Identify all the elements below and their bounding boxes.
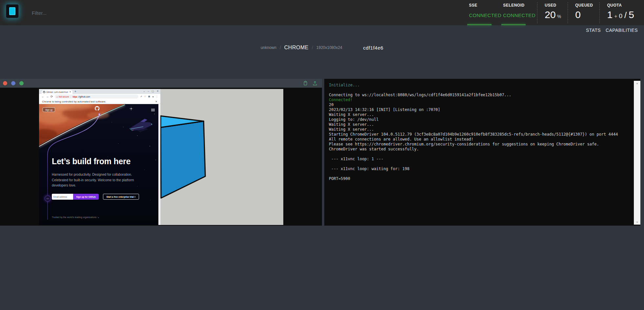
view-tabs: STATS CAPABILITIES xyxy=(586,28,638,33)
close-light-button[interactable] xyxy=(3,81,7,85)
url-host: ://github.com xyxy=(78,96,90,98)
log-line: 2023/02/13 14:32:16 [INIT] [Listening on… xyxy=(329,107,631,112)
status-sse: SSE CONNECTED xyxy=(469,0,503,25)
automation-infobar: Chrome is being controlled by automated … xyxy=(39,99,160,104)
log-panel: Initialize... Connecting to ws://localho… xyxy=(324,79,640,226)
log-line: Waiting X server... xyxy=(329,127,631,132)
email-field[interactable] xyxy=(52,194,73,200)
minimize-light-button[interactable] xyxy=(11,81,15,85)
vnc-remote-desktop[interactable]: GitHub: Let’s build from he… ✕ + ⌄ – ▢ ✕… xyxy=(39,89,283,225)
log-line: PORT=5900 xyxy=(329,176,631,181)
github-heading: Let’s build from here xyxy=(52,157,131,166)
window-maximize-icon[interactable]: ▢ xyxy=(152,90,154,93)
vnc-panel: GitHub: Let’s build from he… ✕ + ⌄ – ▢ ✕… xyxy=(0,79,322,226)
github-favicon-icon xyxy=(43,91,45,93)
quota-total: 5 xyxy=(629,9,634,20)
session-owner: unknown xyxy=(261,45,276,50)
status-bar: SSE CONNECTED SELENOID CONNECTED USED 20… xyxy=(469,0,641,25)
forward-icon[interactable]: → xyxy=(46,95,49,98)
back-icon[interactable]: ← xyxy=(41,95,44,98)
used-label: USED xyxy=(545,3,561,8)
log-line: Connected! xyxy=(329,98,631,102)
window-close-icon[interactable]: ✕ xyxy=(157,90,159,93)
log-line xyxy=(329,162,631,166)
tab-title: GitHub: Let’s build from he… xyxy=(46,91,68,93)
selenoid-status: CONNECTED xyxy=(503,12,537,18)
tagline-line: Harnessed for productivity. Designed for… xyxy=(52,172,134,178)
browser-tab[interactable]: GitHub: Let’s build from he… ✕ xyxy=(42,90,72,94)
metric-queued: QUEUED 0 xyxy=(568,2,599,23)
github-signup-form: Sign up for GitHub Start a free enterpri… xyxy=(52,194,139,200)
not-secure-label: Not secure xyxy=(59,96,69,98)
reload-icon[interactable]: ⟳ xyxy=(50,95,53,98)
log-line: Connecting to ws://localhost:8080/ws/log… xyxy=(329,93,631,98)
cube-art xyxy=(160,89,283,225)
divider xyxy=(70,96,71,98)
filter-input[interactable] xyxy=(31,7,170,19)
log-line xyxy=(329,88,631,93)
log-line: Waiting X server... xyxy=(329,122,631,127)
vnc-window-header xyxy=(0,79,322,88)
sse-label: SSE xyxy=(469,3,503,8)
infobar-close-icon[interactable]: ✕ xyxy=(155,100,157,103)
quota-slash: / xyxy=(624,10,627,20)
log-line: --- x11vnc loop: waiting for: 198 xyxy=(329,166,631,171)
app-logo[interactable] xyxy=(6,4,19,18)
separator: / xyxy=(312,45,313,50)
github-tagline: Harnessed for productivity. Designed for… xyxy=(52,172,134,188)
infobar-text: Chrome is being controlled by automated … xyxy=(42,100,155,103)
tagline-line: developers love. xyxy=(52,183,134,188)
log-line: Please see https://chromedriver.chromium… xyxy=(329,142,631,147)
page: SSE CONNECTED SELENOID CONNECTED USED 20… xyxy=(0,0,644,310)
scroll-down-icon[interactable]: ▼ xyxy=(636,221,638,223)
quota-pending: 0 xyxy=(619,12,623,19)
remote-desktop-background xyxy=(160,89,283,225)
top-header: SSE CONNECTED SELENOID CONNECTED USED 20… xyxy=(0,0,644,25)
github-hero-page: Sign up Let’s build from here Harnessed … xyxy=(39,104,160,225)
log-scrollbar[interactable]: ▲ ▼ xyxy=(634,81,640,225)
window-menu-icon[interactable]: ⌄ xyxy=(143,90,145,93)
log-line: Starting ChromeDriver 104.0.5112.79 (3cf… xyxy=(329,132,631,137)
metric-used: USED 20% xyxy=(537,2,568,23)
window-minimize-icon[interactable]: – xyxy=(148,90,149,93)
trusted-by-text: Trusted by the world’s leading organizat… xyxy=(52,216,99,219)
hamburger-menu-icon[interactable] xyxy=(151,109,155,111)
fullscreen-light-button[interactable] xyxy=(19,81,24,85)
browser-menu-icon[interactable]: ⋮ xyxy=(156,95,158,98)
share-icon[interactable]: ⇗ xyxy=(140,95,142,98)
address-bar[interactable]: ⚠ Not secure https://github.com xyxy=(55,95,139,99)
tab-capabilities[interactable]: CAPABILITIES xyxy=(606,28,638,33)
tab-switcher-icon[interactable]: ▣ xyxy=(148,95,151,98)
session-resolution: 1920x1080x24 xyxy=(316,45,342,50)
code-bracket-icon: </> xyxy=(45,195,51,202)
tab-stats[interactable]: STATS xyxy=(586,28,601,33)
browser-tab-strip: GitHub: Let’s build from he… ✕ + ⌄ – ▢ ✕ xyxy=(39,89,160,94)
bookmark-star-icon[interactable]: ☆ xyxy=(144,95,146,98)
status-selenoid: SELENOID CONNECTED xyxy=(503,0,537,25)
url-scheme: https xyxy=(72,96,77,98)
github-signup-button[interactable]: Sign up xyxy=(43,107,55,112)
profile-avatar-icon[interactable]: ● xyxy=(152,95,154,98)
session-browser: CHROME xyxy=(284,45,309,51)
spaceship-art xyxy=(129,118,153,133)
metric-quota: QUOTA 1+0/5 xyxy=(599,2,641,23)
queued-label: QUEUED xyxy=(575,3,593,8)
new-tab-button[interactable]: + xyxy=(74,90,76,93)
separator: / xyxy=(280,45,281,50)
log-line: Logging to: /dev/null xyxy=(329,117,631,122)
scroll-up-icon[interactable]: ▲ xyxy=(636,82,638,84)
logo-mark-icon xyxy=(9,7,15,15)
used-unit: % xyxy=(557,14,561,19)
quota-plus: + xyxy=(614,13,617,19)
selenoid-label: SELENOID xyxy=(503,3,537,8)
tab-close-icon[interactable]: ✕ xyxy=(69,91,71,93)
upload-icon[interactable] xyxy=(312,81,317,86)
enterprise-trial-button[interactable]: Start a free enterprise trial > xyxy=(103,194,139,200)
log-line xyxy=(329,152,631,157)
signup-for-github-button[interactable]: Sign up for GitHub xyxy=(73,194,99,200)
log-line: Waiting X server... xyxy=(329,112,631,117)
clipboard-icon[interactable] xyxy=(303,81,308,86)
session-row[interactable]: unknown / CHROME / 1920x1080x24 cdf1f4e6 xyxy=(0,45,644,51)
log-line: ChromeDriver was started successfully. xyxy=(329,147,631,152)
remote-browser-window[interactable]: GitHub: Let’s build from he… ✕ + ⌄ – ▢ ✕… xyxy=(39,89,160,225)
